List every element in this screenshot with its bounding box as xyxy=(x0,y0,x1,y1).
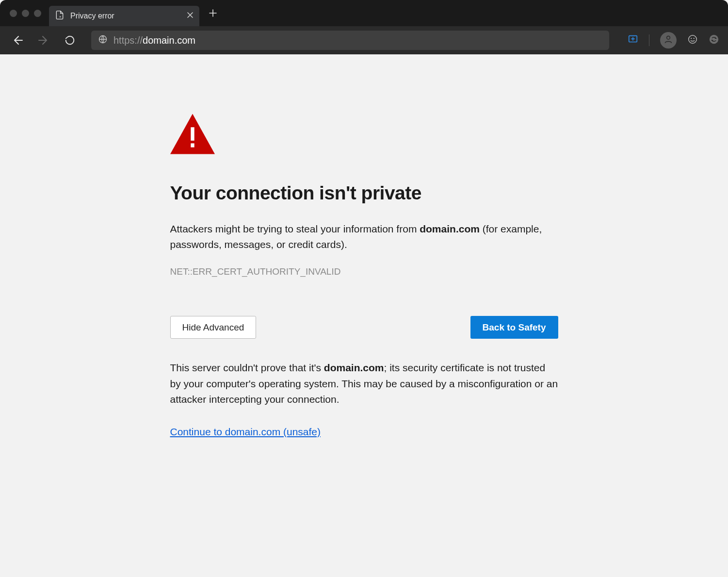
new-tab-button[interactable] xyxy=(204,4,222,22)
refresh-button[interactable] xyxy=(61,32,79,49)
page-body: Your connection isn't private Attackers … xyxy=(0,54,728,577)
window-maximize-button[interactable] xyxy=(34,10,41,17)
svg-point-6 xyxy=(710,35,718,44)
error-description: Attackers might be trying to steal your … xyxy=(170,221,558,252)
person-icon xyxy=(663,34,673,46)
toolbar-divider xyxy=(649,34,649,46)
feedback-icon[interactable] xyxy=(687,34,698,47)
back-to-safety-button[interactable]: Back to Safety xyxy=(470,316,558,339)
browser-tab[interactable]: Privacy error xyxy=(49,6,199,26)
svg-point-4 xyxy=(691,38,692,39)
browser-toolbar: https://domain.com xyxy=(0,26,728,54)
svg-point-2 xyxy=(667,36,670,39)
forward-button[interactable] xyxy=(35,32,52,49)
back-button[interactable] xyxy=(9,32,26,49)
url-host: domain.com xyxy=(143,35,195,46)
hide-advanced-button[interactable]: Hide Advanced xyxy=(170,316,257,339)
window-minimize-button[interactable] xyxy=(22,10,29,17)
warning-triangle-icon xyxy=(170,112,558,158)
tracking-prevention-icon[interactable] xyxy=(628,34,638,47)
error-buttons: Hide Advanced Back to Safety xyxy=(170,316,558,339)
svg-point-3 xyxy=(689,35,697,44)
url-scheme: https:// xyxy=(113,35,143,46)
url-text: https://domain.com xyxy=(113,35,195,46)
sync-icon[interactable] xyxy=(709,34,719,47)
svg-point-5 xyxy=(694,38,695,39)
error-content: Your connection isn't private Attackers … xyxy=(170,54,558,577)
window-titlebar: Privacy error xyxy=(0,0,728,26)
error-code: NET::ERR_CERT_AUTHORITY_INVALID xyxy=(170,266,558,277)
window-traffic-lights xyxy=(3,10,49,17)
tab-title: Privacy error xyxy=(70,12,114,20)
svg-rect-8 xyxy=(191,127,194,141)
address-bar[interactable]: https://domain.com xyxy=(91,31,609,50)
toolbar-right-icons xyxy=(628,32,719,49)
svg-rect-9 xyxy=(191,143,194,147)
advanced-description: This server couldn't prove that it's dom… xyxy=(170,360,558,408)
error-domain: domain.com xyxy=(420,223,480,234)
file-error-icon xyxy=(55,10,65,22)
proceed-unsafe-link[interactable]: Continue to domain.com (unsafe) xyxy=(170,426,321,437)
close-tab-button[interactable] xyxy=(187,12,194,20)
advanced-domain: domain.com xyxy=(324,362,384,373)
error-title: Your connection isn't private xyxy=(170,182,558,204)
window-close-button[interactable] xyxy=(10,10,17,17)
profile-button[interactable] xyxy=(660,32,677,49)
site-info-icon[interactable] xyxy=(98,34,108,47)
